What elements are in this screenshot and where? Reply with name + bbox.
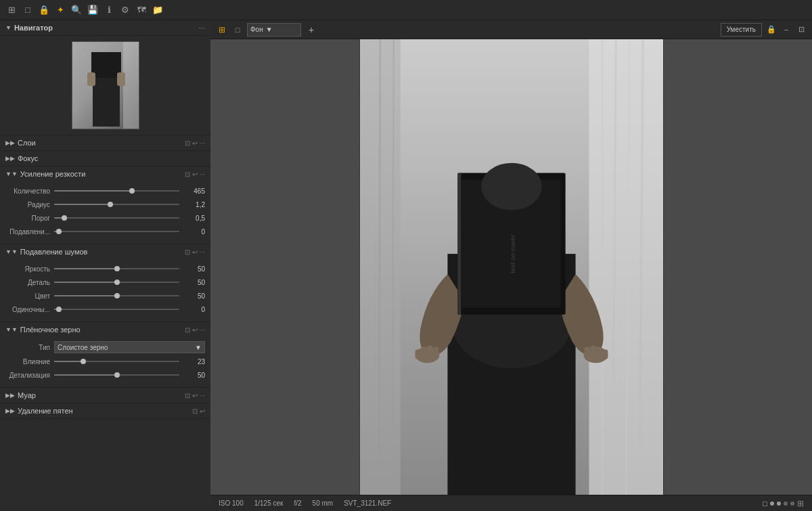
svg-rect-3	[91, 52, 121, 78]
odinochny-track[interactable]	[54, 309, 179, 310]
toolbar-search-icon[interactable]: 🔍	[70, 4, 83, 16]
grid-status-icon[interactable]: ⊞	[797, 499, 804, 508]
muar-icon3[interactable]: ···	[200, 392, 205, 399]
tsvet-fill	[54, 295, 117, 296]
tab-dropdown[interactable]: Фон ▼	[247, 23, 301, 37]
radius-thumb[interactable]	[108, 202, 113, 207]
usilenie-icon2[interactable]: ↩	[192, 171, 198, 178]
image-view: text on cover	[210, 39, 812, 495]
vliyanie-row: Влияние 23	[5, 356, 205, 367]
udalenie-chevron: ▶	[5, 407, 15, 414]
muar-icon2[interactable]: ↩	[192, 392, 198, 399]
udalenie-icon1[interactable]: ⊡	[192, 407, 198, 415]
toolbar-grid-icon[interactable]: ⊞	[5, 4, 18, 16]
udalenie-header[interactable]: ▶ Удаление пятен ⊡ ↩	[0, 403, 210, 418]
odinochny-thumb[interactable]	[56, 307, 62, 312]
grid-toggle-icon[interactable]: ⊞	[216, 24, 228, 36]
podavlenie-shumov-header[interactable]: ▼ Подавление шумов ⊡ ↩ ···	[0, 244, 210, 259]
kolichestvo-track[interactable]	[54, 190, 179, 192]
usilenie-icon1[interactable]: ⊡	[185, 171, 190, 178]
tip-value: Слоистое зерно	[58, 344, 108, 351]
detalizaciya-thumb[interactable]	[114, 372, 120, 378]
detal-row: Деталь 50	[5, 277, 205, 288]
lock-view-icon[interactable]: 🔒	[766, 24, 777, 35]
tsvet-thumb[interactable]	[114, 293, 120, 298]
status-dot-1	[770, 502, 774, 506]
usilenie-label: Усиление резкости	[20, 170, 185, 178]
vliyanie-thumb[interactable]	[81, 359, 86, 364]
square-toggle-icon[interactable]: □	[232, 24, 243, 35]
vliyanie-track[interactable]	[54, 361, 179, 362]
sloi-section: ▶ Слои ⊡ ↩ ···	[0, 135, 210, 151]
tsvet-row: Цвет 50	[5, 290, 205, 301]
podavlenie-track[interactable]	[54, 231, 179, 232]
fit-button[interactable]: Уместить	[721, 23, 762, 37]
muar-section: ▶ Муар ⊡ ↩ ···	[0, 388, 210, 403]
detal-track[interactable]	[54, 282, 179, 283]
porog-track[interactable]	[54, 217, 179, 219]
detalizaciya-track[interactable]	[54, 374, 179, 376]
tab-name: Фон	[250, 26, 263, 33]
svg-rect-21	[421, 347, 426, 357]
sloi-icon1[interactable]: ⊡	[185, 139, 190, 147]
yarkost-thumb[interactable]	[114, 266, 120, 271]
radius-row: Радиус 1,2	[5, 199, 205, 210]
status-dot-3	[784, 502, 788, 506]
toolbar-star-icon[interactable]: ✦	[54, 4, 66, 16]
vliyanie-label: Влияние	[5, 358, 54, 365]
tip-dropdown[interactable]: Слоистое зерно ▼	[54, 341, 205, 353]
zerno-icon2[interactable]: ↩	[192, 326, 198, 334]
svg-text:text on cover: text on cover	[508, 234, 516, 273]
kolichestvo-value: 465	[183, 187, 205, 195]
ps-icon2[interactable]: ↩	[192, 248, 198, 256]
radius-track[interactable]	[54, 204, 179, 205]
udalenie-label: Удаление пятен	[18, 407, 192, 415]
minus-view-icon[interactable]: −	[781, 24, 792, 35]
svg-point-32	[481, 162, 542, 210]
muar-icon1[interactable]: ⊡	[185, 392, 190, 399]
expand-view-icon[interactable]: ⊡	[796, 24, 807, 35]
shutter-value: 1/125 сек	[254, 499, 284, 507]
kolichestvo-thumb[interactable]	[129, 188, 135, 194]
toolbar-square-icon[interactable]: □	[22, 4, 34, 16]
toolbar-save-icon[interactable]: 💾	[87, 4, 99, 16]
svg-rect-20	[415, 349, 420, 359]
svg-rect-29	[457, 173, 461, 314]
sloi-icon2[interactable]: ↩	[192, 139, 198, 147]
podavlenie-thumb[interactable]	[56, 229, 62, 234]
muar-header[interactable]: ▶ Муар ⊡ ↩ ···	[0, 388, 210, 403]
udalenie-icon2[interactable]: ↩	[200, 407, 205, 415]
porog-thumb[interactable]	[62, 215, 67, 221]
yarkost-track[interactable]	[54, 268, 179, 269]
svg-rect-4	[87, 72, 95, 86]
toolbar-gear-icon[interactable]: ⚙	[119, 4, 131, 16]
usilenie-header[interactable]: ▼ Усиление резкости ⊡ ↩ ···	[0, 166, 210, 181]
usilenie-icon3[interactable]: ···	[200, 171, 205, 178]
podavlenie-shumov-chevron: ▼	[5, 248, 18, 255]
zerno-icon3[interactable]: ···	[200, 326, 205, 334]
monitor-icon[interactable]: □	[763, 499, 767, 508]
detalizaciya-value: 50	[183, 372, 205, 379]
navigator-header[interactable]: ▼ Навигатор ···	[0, 20, 210, 36]
fokus-section: ▶ Фокус	[0, 151, 210, 166]
fokus-header[interactable]: ▶ Фокус	[0, 151, 210, 166]
sloi-header[interactable]: ▶ Слои ⊡ ↩ ···	[0, 135, 210, 150]
detalizaciya-fill	[54, 374, 117, 376]
zerno-header[interactable]: ▼ Плёночное зерно ⊡ ↩ ···	[0, 322, 210, 337]
toolbar-folder-icon[interactable]: 📁	[152, 4, 164, 16]
sloi-icon3[interactable]: ···	[200, 139, 205, 147]
ps-icon1[interactable]: ⊡	[185, 248, 190, 256]
zerno-icons: ⊡ ↩ ···	[185, 326, 205, 334]
iso-value: ISO 100	[219, 499, 244, 507]
tsvet-track[interactable]	[54, 295, 179, 296]
add-tab-button[interactable]: +	[305, 24, 317, 36]
toolbar-lock-icon[interactable]: 🔒	[38, 4, 50, 16]
toolbar-info-icon[interactable]: ℹ	[103, 4, 115, 16]
detal-value: 50	[183, 279, 205, 286]
ps-icon3[interactable]: ···	[200, 248, 205, 256]
detal-thumb[interactable]	[114, 280, 120, 285]
zerno-icon1[interactable]: ⊡	[185, 326, 190, 334]
status-dot-2	[777, 502, 781, 506]
tip-chevron-icon: ▼	[195, 344, 202, 351]
toolbar-map-icon[interactable]: 🗺	[135, 4, 148, 16]
